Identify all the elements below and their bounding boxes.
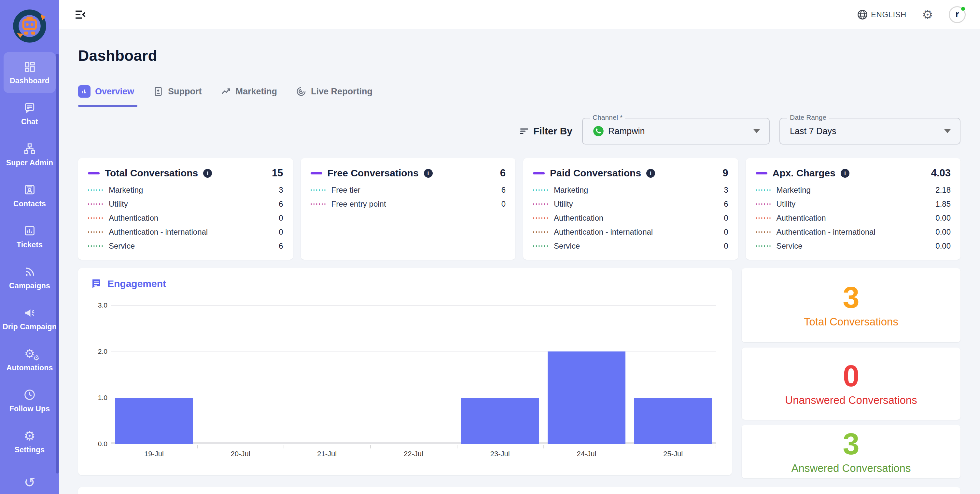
new-contacts-card: New Contacts (78, 487, 961, 494)
stat-row-value: 0 (279, 213, 283, 222)
stat-row: Authentication0 (533, 213, 728, 222)
x-axis-tick (283, 445, 284, 448)
x-axis-tick-label: 24-Jul (543, 450, 630, 458)
filter-row: Filter By Channel * Rampwin Date Range L… (78, 118, 961, 145)
tab-support[interactable]: Support (153, 86, 202, 97)
avatar[interactable]: r (949, 6, 966, 23)
bar (115, 398, 193, 444)
rss-icon (24, 265, 36, 278)
tab-live-reporting[interactable]: Live Reporting (296, 86, 372, 97)
sidebar-item-history[interactable]: ↺ (0, 462, 59, 494)
dotted-leader (533, 203, 548, 205)
stat-title: Total Conversations (105, 168, 198, 179)
sidebar-item-label: Dashboard (10, 76, 49, 85)
stat-row-label: Authentication - international (109, 227, 208, 237)
date-range-select[interactable]: Date Range Last 7 Days (780, 118, 961, 145)
x-axis-tick-label: 22-Jul (370, 450, 457, 458)
stat-row-value: 0 (501, 200, 506, 209)
stat-row: Service6 (88, 241, 283, 251)
engagement-card: Engagement 3.02.01.00.019-Jul20-Jul21-Ju… (78, 268, 732, 475)
sidebar-item-super-admin[interactable]: Super Admin (0, 134, 59, 175)
stat-value: 6 (500, 167, 506, 179)
middle-section: Engagement 3.02.01.00.019-Jul20-Jul21-Ju… (78, 268, 961, 478)
trending-up-icon (221, 86, 231, 97)
sidebar-item-label: Drip Campaign (3, 322, 57, 331)
engagement-chat-icon (91, 278, 102, 290)
topbar: ENGLISH ⚙ r (59, 0, 980, 29)
summary-label: Total Conversations (804, 316, 898, 328)
engagement-chart: 3.02.01.00.019-Jul20-Jul21-Jul22-Jul23-J… (111, 305, 716, 444)
sidebar-item-automations[interactable]: ⚙ ⚙ Automations (0, 339, 59, 380)
stat-row-label: Utility (109, 200, 128, 209)
whatsapp-icon (593, 125, 604, 137)
stat-row-label: Marketing (554, 186, 588, 195)
contact-card-icon (24, 183, 36, 196)
info-icon[interactable]: i (203, 169, 212, 178)
dotted-leader (756, 218, 771, 219)
megaphone-icon (24, 306, 36, 319)
info-icon[interactable]: i (841, 169, 850, 178)
tab-label: Support (168, 87, 202, 97)
clock-icon (24, 388, 36, 401)
sidebar-collapse-button[interactable] (73, 8, 87, 21)
sidebar-item-dashboard[interactable]: Dashboard (3, 52, 56, 93)
stat-row: Authentication - international0.00 (756, 227, 951, 237)
bar-chart-plot: 3.02.01.00.019-Jul20-Jul21-Jul22-Jul23-J… (111, 305, 716, 444)
dotted-leader (310, 203, 326, 205)
stat-row-label: Authentication (109, 213, 158, 222)
chevron-down-icon (944, 129, 951, 133)
summary-column: 3 Total Conversations 0 Unanswered Conve… (742, 268, 961, 478)
stat-row-value: 0 (279, 227, 283, 237)
info-icon[interactable]: i (646, 169, 655, 178)
active-tab-underline (78, 105, 137, 107)
x-axis-tick (197, 445, 198, 448)
sidebar-item-contacts[interactable]: Contacts (0, 175, 59, 216)
x-axis-tick (543, 445, 544, 448)
tab-label: Overview (95, 87, 134, 97)
x-axis-tick (630, 445, 630, 448)
stat-row: Marketing2.18 (756, 186, 951, 195)
dotted-leader (88, 203, 103, 205)
tab-overview[interactable]: Overview (78, 85, 134, 98)
x-axis-tick-label: 20-Jul (197, 450, 284, 458)
stat-card-apx-charges: Apx. Charges i 4.03 Marketing2.18 Utilit… (746, 158, 961, 260)
stat-card-total-conversations: Total Conversations i 15 Marketing3 Util… (78, 158, 293, 260)
overview-chart-icon (78, 85, 91, 98)
sidebar-item-label: Contacts (13, 200, 46, 208)
dotted-leader (533, 218, 548, 219)
app-logo[interactable] (0, 0, 59, 52)
stat-row-label: Utility (776, 200, 796, 209)
live-reporting-icon (296, 86, 306, 97)
stat-row: Utility6 (533, 200, 728, 209)
language-switcher[interactable]: ENGLISH (857, 9, 907, 21)
sidebar-item-settings[interactable]: ⚙ Settings (0, 421, 59, 462)
sidebar-item-campaigns[interactable]: Campaigns (0, 257, 59, 298)
dashboard-icon (24, 60, 36, 73)
stat-row: Utility1.85 (756, 200, 951, 209)
series-dash-icon (88, 172, 100, 175)
stat-row: Authentication - international0 (533, 227, 728, 237)
summary-label: Answered Conversations (791, 462, 911, 475)
sidebar-item-drip-campaign[interactable]: Drip Campaign (0, 298, 59, 339)
y-axis-tick-label: 0.0 (91, 440, 107, 448)
info-icon[interactable]: i (424, 169, 433, 178)
x-axis-tick-label: 23-Jul (457, 450, 543, 458)
sidebar-item-chat[interactable]: Chat (0, 93, 59, 134)
stat-row-label: Utility (554, 200, 573, 209)
main-content: Dashboard Overview Support Marketing (59, 29, 980, 494)
stat-card-free-conversations: Free Conversations i 6 Free tier6 Free e… (301, 158, 516, 260)
y-axis-tick-label: 2.0 (91, 348, 107, 355)
dotted-leader (756, 245, 771, 247)
x-axis-tick-label: 19-Jul (111, 450, 197, 458)
sidebar-item-tickets[interactable]: Tickets (0, 216, 59, 257)
sidebar-item-label: Automations (6, 364, 53, 372)
sidebar-item-label: Chat (21, 118, 38, 126)
stat-row-value: 6 (724, 200, 728, 209)
sidebar-item-follow-ups[interactable]: Follow Ups (0, 380, 59, 421)
settings-gear-icon[interactable]: ⚙ (922, 8, 933, 21)
tab-marketing[interactable]: Marketing (221, 86, 277, 97)
gridline (111, 351, 716, 352)
robot-logo-icon (11, 7, 49, 45)
channel-select[interactable]: Channel * Rampwin (582, 118, 770, 145)
sidebar-scrollbar[interactable] (56, 54, 59, 473)
